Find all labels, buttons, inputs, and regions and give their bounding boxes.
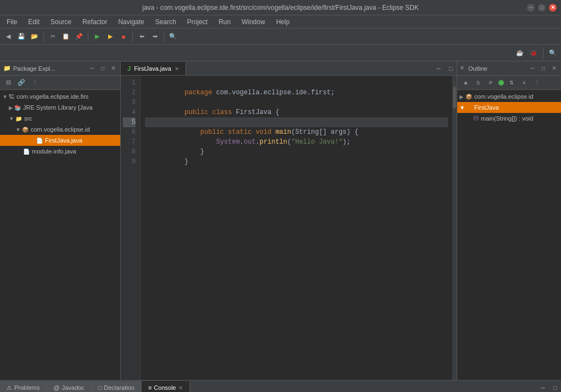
perspective-debug[interactable]: 🐞 — [528, 47, 540, 59]
pkg-collapse[interactable]: ⊟ — [2, 77, 14, 89]
pkg-menu[interactable]: ⋮ — [29, 77, 41, 89]
outline-item-firstjava[interactable]: ▼ 🅒 FirstJava — [457, 102, 561, 113]
editor-area: J FirstJava.java ✕ ─ □ 1 2 3 4 5 6 7 8 9 — [121, 61, 457, 380]
src-icon: 📁 — [15, 116, 22, 122]
scroll-thumb[interactable] — [453, 87, 456, 109]
maximize-button[interactable]: □ — [538, 4, 546, 12]
toolbar-back[interactable]: ◀ — [2, 31, 14, 43]
outline-panel: ≡ Outline ─ □ ✕ ◈ S P ⇅ ≡ ⋮ ▶ 📦 com.voge… — [457, 61, 561, 380]
javadoc-icon: @ — [53, 384, 59, 391]
code-line-1: package com.vogella.eclipse.ide.first; — [145, 78, 448, 88]
tab-declaration[interactable]: □ Declaration — [92, 381, 142, 392]
arrow-jre: ▶ — [9, 105, 13, 111]
outline-more[interactable]: ⋮ — [531, 77, 543, 89]
editor-tab-firstjava[interactable]: J FirstJava.java ✕ — [121, 62, 186, 75]
firstjava-icon: ▶ — [30, 138, 34, 144]
package-explorer-minimize[interactable]: ─ — [87, 64, 96, 73]
outline-item-main[interactable]: ⓜ main(String[]) : void — [457, 113, 561, 124]
perspective-toolbar: ☕ 🐞 🔍 — [0, 45, 561, 61]
window-controls: ─ □ ✕ — [527, 4, 557, 12]
menu-run[interactable]: Run — [214, 17, 235, 27]
toolbar-save-all[interactable]: 📂 — [29, 31, 41, 43]
menu-search[interactable]: Search — [151, 17, 181, 27]
class-outline-icon: 🅒 — [467, 105, 472, 111]
code-line-5: public static void main(String[] args) { — [145, 117, 448, 127]
menu-edit[interactable]: Edit — [24, 17, 44, 27]
arrow-pkg: ▼ — [15, 127, 21, 133]
outline-hide-static[interactable]: S — [472, 77, 484, 89]
menu-refactor[interactable]: Refactor — [78, 17, 111, 27]
project-icon: 🏗 — [9, 94, 14, 100]
java-file-icon: J — [127, 65, 131, 72]
menu-navigate[interactable]: Navigate — [114, 17, 148, 27]
editor-minimize[interactable]: ─ — [433, 62, 445, 75]
package-explorer-title: Package Expl... — [13, 65, 85, 72]
sep1 — [43, 31, 44, 42]
toolbar-stop[interactable]: ■ — [117, 31, 130, 43]
tree-item-src[interactable]: ▼ 📁 src — [0, 113, 120, 124]
outline-minimize[interactable]: ─ — [528, 64, 537, 73]
toolbar-run[interactable]: ▶ — [91, 31, 103, 43]
tab-close-icon[interactable]: ✕ — [175, 66, 179, 72]
bottom-minimize[interactable]: ─ — [537, 381, 549, 392]
outline-tree[interactable]: ▶ 📦 com.vogella.eclipse.id ▼ 🅒 FirstJava… — [457, 90, 561, 380]
toolbar-next[interactable]: ➡ — [149, 31, 161, 43]
outline-maximize[interactable]: □ — [539, 64, 548, 73]
outline-close[interactable]: ✕ — [550, 65, 558, 72]
menu-help[interactable]: Help — [272, 17, 294, 27]
outline-categories[interactable]: ≡ — [518, 77, 530, 89]
package-explorer-toolbar: ⊟ 🔗 ⋮ — [0, 76, 120, 90]
module-icon: 📄 — [23, 149, 30, 155]
tab-javadoc[interactable]: @ Javadoc — [47, 381, 91, 392]
minimize-button[interactable]: ─ — [527, 4, 535, 12]
toolbar-paste[interactable]: 📌 — [73, 31, 85, 43]
menu-bar: File Edit Source Refactor Navigate Searc… — [0, 15, 561, 29]
perspective-search[interactable]: 🔍 — [547, 47, 559, 59]
package-tree[interactable]: ▼ 🏗 com.vogella.eclipse.ide.firs ▶ 📚 JRE… — [0, 90, 120, 380]
package-explorer-close[interactable]: ✕ — [109, 65, 117, 72]
toolbar-search[interactable]: 🔍 — [167, 31, 179, 43]
perspective-java[interactable]: ☕ — [514, 47, 526, 59]
outline-hide-fields[interactable]: ◈ — [459, 77, 472, 89]
tab-problems[interactable]: ⚠ Problems — [0, 381, 47, 392]
toolbar-debug[interactable]: ▶ — [104, 31, 116, 43]
menu-project[interactable]: Project — [183, 17, 212, 27]
tree-item-firstjava[interactable]: ▶ 📄 FirstJava.java — [0, 135, 120, 146]
tree-item-module[interactable]: 📄 module-info.java — [0, 146, 120, 157]
toolbar-prev[interactable]: ⬅ — [136, 31, 148, 43]
bottom-area: ⚠ Problems @ Javadoc □ Declaration ≡ Con… — [0, 380, 561, 392]
pkg-link[interactable]: 🔗 — [15, 77, 27, 89]
problems-icon: ⚠ — [7, 384, 12, 391]
toolbar-cut[interactable]: ✂ — [47, 31, 59, 43]
main-area: 📁 Package Expl... ─ □ ✕ ⊟ 🔗 ⋮ ▼ 🏗 com.vo… — [0, 61, 561, 380]
outline-item-pkg[interactable]: ▶ 📦 com.vogella.eclipse.id — [457, 91, 561, 102]
editor-maximize[interactable]: □ — [445, 62, 457, 75]
editor-scrollbar[interactable] — [452, 76, 457, 380]
tree-item-pkg[interactable]: ▼ 📦 com.vogella.eclipse.id — [0, 124, 120, 135]
main-toolbar: ◀ 💾 📂 ✂ 📋 📌 ▶ ▶ ■ ⬅ ➡ 🔍 — [0, 29, 561, 45]
sep2 — [88, 31, 88, 42]
file-icon: 📄 — [36, 138, 43, 144]
tree-item-project[interactable]: ▼ 🏗 com.vogella.eclipse.ide.firs — [0, 91, 120, 102]
code-editor[interactable]: 1 2 3 4 5 6 7 8 9 package com.vogella.ec… — [121, 76, 457, 380]
code-line-3: public class FirstJava { — [145, 98, 448, 107]
tab-console[interactable]: ≡ Console ✕ — [142, 381, 190, 392]
sep4 — [164, 31, 164, 42]
bottom-maximize[interactable]: □ — [549, 381, 561, 392]
toolbar-save[interactable]: 💾 — [15, 31, 27, 43]
close-button[interactable]: ✕ — [549, 4, 557, 12]
toolbar-copy[interactable]: 📋 — [60, 31, 72, 43]
package-explorer-maximize[interactable]: □ — [98, 64, 107, 73]
outline-toolbar: ◈ S P ⇅ ≡ ⋮ — [457, 76, 561, 90]
console-tab-close[interactable]: ✕ — [178, 385, 183, 391]
method-outline-icon: ⓜ — [473, 115, 479, 122]
menu-source[interactable]: Source — [46, 17, 76, 27]
console-icon: ≡ — [148, 384, 152, 391]
menu-window[interactable]: Window — [237, 17, 270, 27]
menu-file[interactable]: File — [2, 17, 21, 27]
outline-header: ≡ Outline ─ □ ✕ — [457, 61, 561, 76]
outline-hide-nonpublic[interactable]: P — [485, 77, 497, 89]
outline-sort[interactable]: ⇅ — [506, 77, 518, 89]
tree-item-jre[interactable]: ▶ 📚 JRE System Library [Java — [0, 102, 120, 113]
code-content[interactable]: package com.vogella.eclipse.ide.first; p… — [141, 76, 452, 380]
